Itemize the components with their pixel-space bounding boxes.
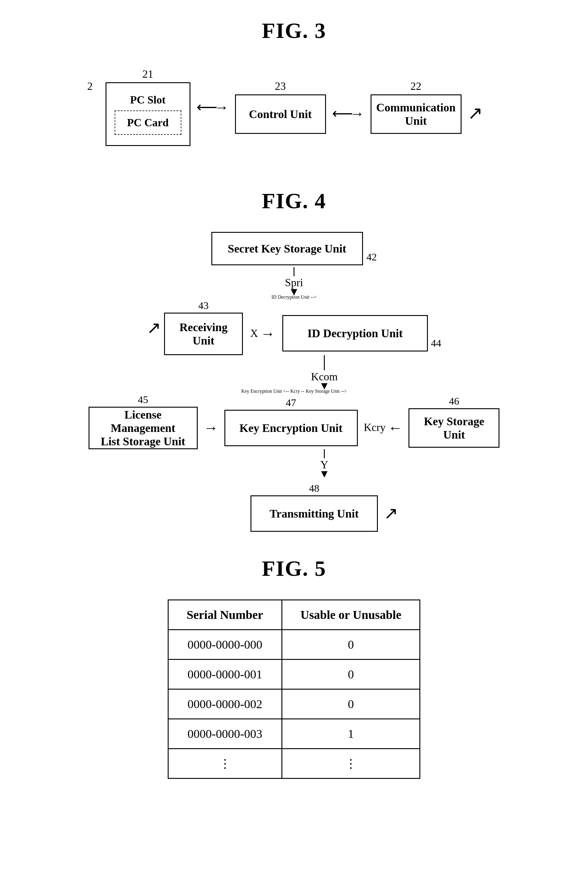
arrow-kcry: Kcry ← xyxy=(364,419,403,436)
communication-unit-label: Communication Unit xyxy=(376,101,456,128)
arrow-control-comm: ⟵ → xyxy=(332,105,364,122)
pc-ref-21: 21 xyxy=(142,68,153,80)
fig5-table-wrap: Serial Number Usable or Unusable 0000-00… xyxy=(36,599,552,779)
arrow-kcom: Kcom ▼ xyxy=(311,355,338,388)
serial-cell: 0000-0000-001 xyxy=(168,660,282,689)
antenna-right: ↗ xyxy=(384,503,398,523)
arrow-pc-control: ⟵ → xyxy=(196,98,229,115)
control-ref: 23 xyxy=(275,80,286,93)
arrow-x: X → xyxy=(250,325,275,342)
key-storage-box: Key Storage Unit xyxy=(408,408,500,448)
secret-key-ref: 42 xyxy=(367,251,377,263)
control-unit-box: Control Unit xyxy=(235,95,326,134)
id-decryption-ref: 44 xyxy=(431,337,441,349)
arrow-license-keyenc: → xyxy=(204,419,218,436)
transmitting-label: Transmitting Unit xyxy=(270,507,359,520)
serial-cell: 0000-0000-002 xyxy=(168,689,282,719)
serial-cell: 0000-0000-003 xyxy=(168,719,282,749)
fig4-section: FIG. 4 Secret Key Storage Unit 42 Spri ▼… xyxy=(36,188,552,532)
fig3-section: FIG. 3 2 21 PC Slot PC Card ⟵ → 23 Contr… xyxy=(36,18,552,164)
receiving-unit-box: Receiving Unit xyxy=(164,313,243,355)
fig4-diagram: Secret Key Storage Unit 42 Spri ▼ ID Dec… xyxy=(36,232,552,532)
secret-key-storage-box: Secret Key Storage Unit xyxy=(212,232,363,265)
comm-ref: 22 xyxy=(411,80,422,93)
antenna-symbol: ↗ xyxy=(468,104,483,122)
usable-cell: 0 xyxy=(282,660,420,689)
license-box: License Management List Storage Unit xyxy=(88,407,198,449)
serial-cell: 0000-0000-000 xyxy=(168,630,282,660)
key-encryption-label: Key Encryption Unit xyxy=(240,421,343,435)
kcry-label: Kcry xyxy=(364,421,386,434)
transmitting-ref: 48 xyxy=(309,483,320,494)
col-serial-header: Serial Number xyxy=(168,600,282,630)
id-decryption-label: ID Decryption Unit xyxy=(308,326,403,340)
fig5-title: FIG. 5 xyxy=(36,556,552,581)
receiving-unit-label: Receiving Unit xyxy=(180,320,227,347)
arrow-y: Y ▼ xyxy=(319,449,330,483)
serial-cell: ⋮ xyxy=(168,749,282,779)
col-usable-header: Usable or Unusable xyxy=(282,600,420,630)
fig3-title: FIG. 3 xyxy=(36,18,552,44)
table-row: ⋮⋮ xyxy=(168,749,420,779)
pc-slot-label: PC Slot xyxy=(130,93,166,106)
fig4-title: FIG. 4 xyxy=(36,188,552,214)
arrow-spri: Spri ▼ xyxy=(285,267,303,295)
key-enc-ref: 47 xyxy=(286,397,296,409)
table-row: 0000-0000-0000 xyxy=(168,630,420,660)
usable-cell: 0 xyxy=(282,630,420,660)
receiving-ref: 43 xyxy=(198,300,208,311)
license-ref: 45 xyxy=(138,394,148,406)
pc-card-label: PC Card xyxy=(127,116,169,129)
pc-slot-box: PC Slot PC Card xyxy=(105,82,190,146)
table-row: 0000-0000-0031 xyxy=(168,719,420,749)
table-row: 0000-0000-0020 xyxy=(168,689,420,719)
pc-card-inner: PC Card xyxy=(115,110,182,135)
fig5-section: FIG. 5 Serial Number Usable or Unusable … xyxy=(36,556,552,779)
key-encryption-box: Key Encryption Unit xyxy=(224,410,358,446)
pc-ref-2: 2 xyxy=(87,80,93,93)
key-storage-ref: 46 xyxy=(449,396,459,407)
usable-cell: 0 xyxy=(282,689,420,719)
communication-unit-box: Communication Unit xyxy=(370,95,462,134)
fig3-diagram: 2 21 PC Slot PC Card ⟵ → 23 Control Unit… xyxy=(36,62,552,164)
control-unit-label: Control Unit xyxy=(249,107,312,121)
usable-cell: ⋮ xyxy=(282,749,420,779)
transmitting-box: Transmitting Unit xyxy=(250,495,378,532)
antenna-left: ↗ xyxy=(147,318,161,337)
usable-cell: 1 xyxy=(282,719,420,749)
transmitting-row: 48 Transmitting Unit ↗ xyxy=(250,483,398,532)
id-decryption-box: ID Decryption Unit xyxy=(282,315,428,352)
fig5-table: Serial Number Usable or Unusable 0000-00… xyxy=(168,599,421,779)
key-storage-label: Key Storage Unit xyxy=(424,415,484,441)
x-label: X xyxy=(250,327,258,340)
secret-key-label: Secret Key Storage Unit xyxy=(228,242,346,255)
table-row: 0000-0000-0010 xyxy=(168,660,420,689)
license-label: License Management List Storage Unit xyxy=(97,408,189,448)
